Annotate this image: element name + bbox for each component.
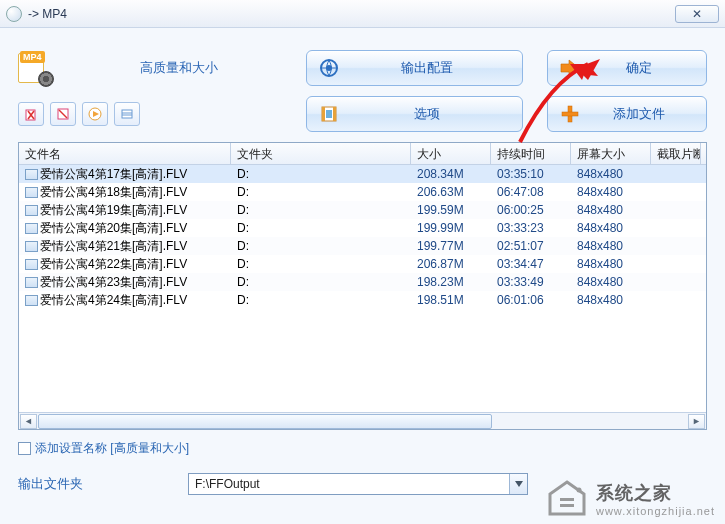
film-reel-icon — [38, 71, 54, 87]
cell-size: 206.87M — [411, 257, 491, 271]
title-bar: -> MP4 ✕ — [0, 0, 725, 28]
cell-duration: 03:35:10 — [491, 167, 571, 181]
cell-duration: 06:01:06 — [491, 293, 571, 307]
close-icon: ✕ — [692, 7, 702, 21]
play-button[interactable] — [82, 102, 108, 126]
cell-size: 199.59M — [411, 203, 491, 217]
output-folder-row: 输出文件夹 F:\FFOutput — [18, 473, 707, 495]
add-settings-checkbox[interactable] — [18, 442, 31, 455]
cell-duration: 06:47:08 — [491, 185, 571, 199]
output-folder-value: F:\FFOutput — [189, 477, 509, 491]
add-settings-row: 添加设置名称 [高质量和大小] — [18, 440, 707, 457]
plus-icon — [548, 104, 592, 124]
cell-duration: 06:00:25 — [491, 203, 571, 217]
scroll-left-icon[interactable]: ◄ — [20, 414, 37, 429]
watermark-url: www.xitongzhijia.net — [596, 505, 715, 517]
cell-dimension: 848x480 — [571, 257, 651, 271]
clear-icon — [56, 107, 70, 121]
scroll-right-icon[interactable]: ► — [688, 414, 705, 429]
add-settings-label: 添加设置名称 [高质量和大小] — [35, 440, 189, 457]
file-icon — [25, 205, 38, 216]
table-row[interactable]: 爱情公寓4第22集[高清].FLVD:206.87M03:34:47848x48… — [19, 255, 706, 273]
format-badge: MP4 — [18, 51, 52, 85]
cell-size: 208.34M — [411, 167, 491, 181]
film-icon — [307, 104, 351, 124]
col-dimension[interactable]: 屏幕大小 — [571, 143, 651, 164]
mp4-tag: MP4 — [20, 51, 45, 63]
cell-folder: D: — [231, 185, 411, 199]
svg-marker-2 — [561, 60, 579, 76]
output-folder-label: 输出文件夹 — [18, 475, 168, 493]
cell-name: 爱情公寓4第20集[高清].FLV — [40, 220, 187, 237]
table-row[interactable]: 爱情公寓4第18集[高清].FLVD:206.63M06:47:08848x48… — [19, 183, 706, 201]
close-button[interactable]: ✕ — [675, 5, 719, 23]
scroll-thumb[interactable] — [38, 414, 492, 429]
cell-folder: D: — [231, 257, 411, 271]
clear-button[interactable] — [50, 102, 76, 126]
play-icon — [88, 107, 102, 121]
col-size[interactable]: 大小 — [411, 143, 491, 164]
cell-name: 爱情公寓4第19集[高清].FLV — [40, 202, 187, 219]
cell-duration: 02:51:07 — [491, 239, 571, 253]
cell-dimension: 848x480 — [571, 167, 651, 181]
cell-name: 爱情公寓4第17集[高清].FLV — [40, 166, 187, 183]
col-folder[interactable]: 文件夹 — [231, 143, 411, 164]
table-row[interactable]: 爱情公寓4第17集[高清].FLVD:208.34M03:35:10848x48… — [19, 165, 706, 183]
svg-rect-16 — [326, 110, 332, 118]
svg-rect-14 — [322, 107, 325, 121]
cell-duration: 03:33:49 — [491, 275, 571, 289]
output-config-button[interactable]: 输出配置 — [306, 50, 523, 86]
cell-size: 198.51M — [411, 293, 491, 307]
table-row[interactable]: 爱情公寓4第24集[高清].FLVD:198.51M06:01:06848x48… — [19, 291, 706, 309]
output-folder-combo[interactable]: F:\FFOutput — [188, 473, 528, 495]
chevron-down-icon[interactable] — [509, 474, 527, 494]
ok-button[interactable]: 确定 — [547, 50, 707, 86]
quality-label: 高质量和大小 — [66, 59, 293, 77]
table-header: 文件名 文件夹 大小 持续时间 屏幕大小 截取片断 — [19, 143, 706, 165]
add-files-label: 添加文件 — [592, 105, 706, 123]
info-icon — [120, 107, 134, 121]
options-button[interactable]: 选项 — [306, 96, 523, 132]
top-row: MP4 高质量和大小 输出配置 确定 — [0, 28, 725, 92]
info-button[interactable] — [114, 102, 140, 126]
output-config-label: 输出配置 — [351, 59, 522, 77]
cell-size: 206.63M — [411, 185, 491, 199]
cell-duration: 03:34:47 — [491, 257, 571, 271]
window-title: -> MP4 — [28, 7, 67, 21]
file-icon — [25, 259, 38, 270]
ok-label: 确定 — [592, 59, 706, 77]
app-icon — [6, 6, 22, 22]
cell-dimension: 848x480 — [571, 239, 651, 253]
cell-folder: D: — [231, 167, 411, 181]
file-icon — [25, 169, 38, 180]
file-icon — [25, 295, 38, 306]
file-icon — [25, 241, 38, 252]
col-clip[interactable]: 截取片断 — [651, 143, 701, 164]
svg-rect-15 — [333, 107, 336, 121]
svg-rect-25 — [560, 504, 574, 507]
table-row[interactable]: 爱情公寓4第19集[高清].FLVD:199.59M06:00:25848x48… — [19, 201, 706, 219]
row-2: 选项 添加文件 — [0, 92, 725, 142]
cell-folder: D: — [231, 203, 411, 217]
col-duration[interactable]: 持续时间 — [491, 143, 571, 164]
cell-size: 199.77M — [411, 239, 491, 253]
cell-name: 爱情公寓4第22集[高清].FLV — [40, 256, 187, 273]
cell-folder: D: — [231, 221, 411, 235]
cell-dimension: 848x480 — [571, 275, 651, 289]
cell-duration: 03:33:23 — [491, 221, 571, 235]
cell-name: 爱情公寓4第18集[高清].FLV — [40, 184, 187, 201]
file-icon — [25, 223, 38, 234]
cell-dimension: 848x480 — [571, 203, 651, 217]
table-row[interactable]: 爱情公寓4第20集[高清].FLVD:199.99M03:33:23848x48… — [19, 219, 706, 237]
small-toolbar — [18, 102, 278, 126]
arrow-right-icon — [548, 59, 592, 77]
cell-name: 爱情公寓4第23集[高清].FLV — [40, 274, 187, 291]
table-row[interactable]: 爱情公寓4第23集[高清].FLVD:198.23M03:33:49848x48… — [19, 273, 706, 291]
horizontal-scrollbar[interactable]: ◄ ► — [19, 412, 706, 429]
remove-button[interactable] — [18, 102, 44, 126]
table-row[interactable]: 爱情公寓4第21集[高清].FLVD:199.77M02:51:07848x48… — [19, 237, 706, 255]
add-files-button[interactable]: 添加文件 — [547, 96, 707, 132]
col-name[interactable]: 文件名 — [19, 143, 231, 164]
svg-rect-18 — [562, 112, 578, 116]
file-table: 文件名 文件夹 大小 持续时间 屏幕大小 截取片断 爱情公寓4第17集[高清].… — [18, 142, 707, 430]
